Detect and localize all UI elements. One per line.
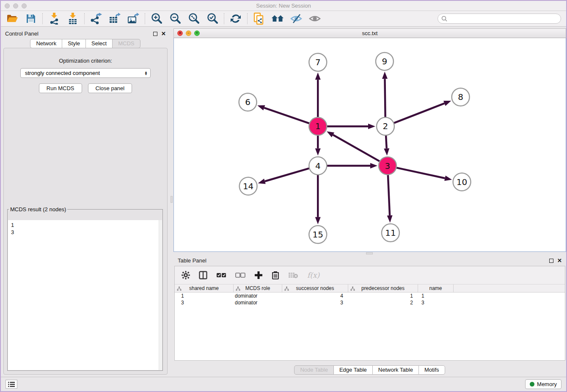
memory-status-icon [530,382,534,386]
column-header-MCDS-role[interactable]: MCDS role [234,284,282,292]
export-table-icon[interactable] [108,12,121,25]
arrowhead-icon [315,217,321,224]
arrowhead-icon [384,148,389,155]
select-all-icon[interactable] [216,272,226,278]
close-panel-button[interactable]: Close panel [88,83,132,93]
window-title: Session: New Session [1,3,566,9]
tab-node-table[interactable]: Node Table [294,365,334,375]
node-label: 7 [315,57,321,67]
deselect-all-icon[interactable] [235,272,245,278]
toolbar-separator [145,13,145,24]
zoom-fit-icon[interactable] [187,12,200,25]
column-header-successor-nodes[interactable]: successor nodes [282,284,348,292]
close-panel-icon[interactable]: ✕ [161,32,166,36]
node-label: 14 [243,181,253,191]
search-input[interactable] [448,14,561,23]
settings-gear-icon[interactable] [182,271,190,279]
table-cell: 1 [348,293,418,299]
control-panel-tabs: NetworkStyleSelectMCDS [1,39,170,48]
node-label: 4 [315,161,321,171]
optimization-criterion-label: Optimization criterion: [4,58,167,64]
toolbar-separator [224,13,224,24]
column-header-shared-name[interactable]: shared name [175,284,234,292]
refresh-layout-icon[interactable] [229,12,242,25]
memory-button[interactable]: Memory [525,379,561,389]
hide-eye-icon[interactable] [290,12,303,25]
tab-network-table[interactable]: Network Table [372,365,419,375]
node-label: 6 [245,97,250,107]
tab-motifs[interactable]: Motifs [418,365,445,375]
result-scrollbar[interactable] [159,220,162,370]
tab-select[interactable]: Select [85,39,113,48]
application-window: Session: New Session [0,0,567,392]
horizontal-splitter[interactable] [173,252,566,255]
arrowhead-icon [444,176,452,181]
split-panel-icon[interactable] [199,271,207,279]
copy-network-icon[interactable] [253,12,265,25]
zoom-out-icon[interactable] [169,12,182,25]
node-label: 11 [385,228,396,238]
add-column-icon[interactable] [254,271,263,279]
table-cell: 3 [418,299,454,306]
node-label: 8 [458,92,463,102]
list-icon [8,382,15,387]
vertical-splitter[interactable] [170,28,173,377]
tab-edge-table[interactable]: Edge Table [333,365,373,375]
mcds-result-box: MCDS result (2 nodes) 1 3 [7,206,163,371]
arrowhead-icon [257,105,265,110]
table-cell: 1 [175,293,234,299]
edge-3-1[interactable] [333,135,388,166]
delete-table-icon [288,271,298,279]
float-table-panel-icon[interactable] [549,259,553,263]
zoom-in-icon[interactable] [150,12,163,25]
table-toolbar: f(x) [175,266,565,284]
window-titlebar: Session: New Session [1,1,566,11]
home-icon[interactable] [271,12,284,25]
run-mcds-button[interactable]: Run MCDS [39,83,82,93]
arrowhead-icon [327,131,334,137]
criterion-dropdown[interactable]: strongly connected component ▲▼ [20,68,151,78]
tab-network[interactable]: Network [30,39,62,48]
node-table: shared nameMCDS rolesuccessor nodesprede… [175,284,565,306]
network-canvas[interactable]: 7968124314101511 [173,38,566,252]
save-session-icon[interactable] [25,12,37,25]
table-row[interactable]: 3dominator323 [175,299,565,306]
table-cell: 4 [282,293,348,299]
import-network-icon[interactable] [48,12,61,25]
arrowhead-icon [382,72,388,79]
table-cell: 2 [348,299,418,306]
tab-mcds[interactable]: MCDS [112,39,140,48]
node-label: 2 [383,121,388,131]
task-history-button[interactable] [6,380,17,389]
search-field[interactable] [438,14,561,24]
arrowhead-icon [370,163,377,168]
chevron-up-down-icon: ▲▼ [144,71,148,75]
close-table-panel-icon[interactable]: ✕ [557,259,562,263]
arrowhead-icon [443,101,451,106]
tab-style[interactable]: Style [62,39,86,48]
arrowhead-icon [258,179,266,184]
memory-label: Memory [537,381,557,387]
table-cell: 3 [175,299,234,306]
float-panel-icon[interactable] [153,32,157,36]
column-header-name[interactable]: name [418,284,454,292]
table-panel-tabs: Node TableEdge TableNetwork TableMotifs [173,364,566,375]
table-row[interactable]: 1dominator411 [175,293,565,299]
table-cell: 3 [282,299,348,306]
show-eye-icon[interactable] [308,12,321,25]
search-icon [441,15,448,22]
status-bar: Memory [1,377,566,391]
export-image-icon[interactable] [127,12,140,25]
table-panel: Table Panel ✕ [173,255,566,377]
arrowhead-icon [315,149,321,156]
edge-2-8[interactable] [385,103,444,126]
zoom-selected-icon[interactable] [206,12,219,25]
import-table-icon[interactable] [66,12,79,25]
table-cell: dominator [234,293,282,299]
open-session-icon[interactable] [6,12,19,25]
column-header-predecessor-nodes[interactable]: predecessor nodes [348,284,418,292]
delete-column-icon[interactable] [272,271,279,279]
network-view-window: ✕ − + scc.txt 7968124314101511 [173,28,566,252]
network-graph: 7968124314101511 [174,38,566,251]
export-network-icon[interactable] [90,12,102,25]
